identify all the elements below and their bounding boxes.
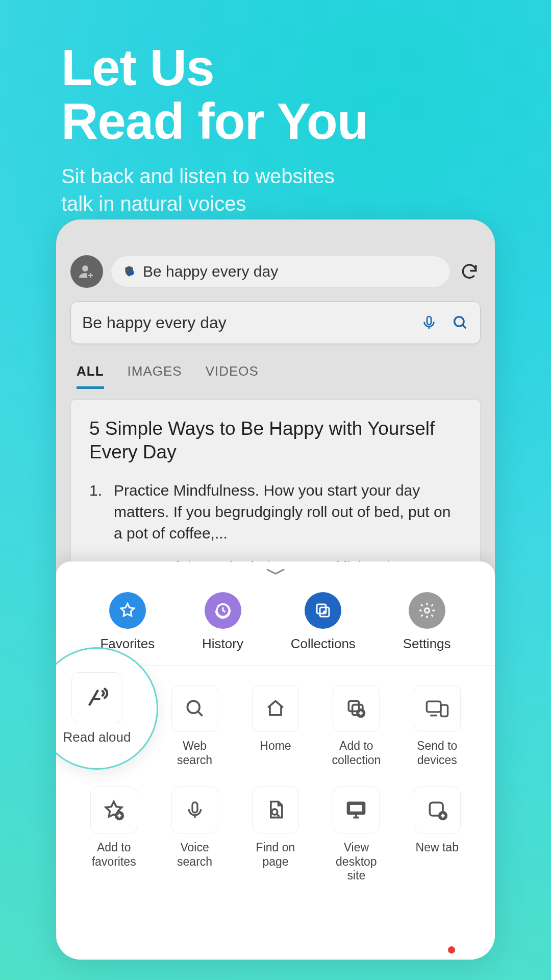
chevron-down-icon bbox=[264, 567, 287, 577]
read-aloud-icon bbox=[71, 672, 122, 723]
refresh-button[interactable] bbox=[458, 260, 481, 283]
star-icon bbox=[109, 592, 146, 629]
history-icon bbox=[205, 592, 241, 629]
home-icon bbox=[252, 685, 299, 732]
tool-add-collection[interactable]: Add to collection bbox=[316, 678, 396, 779]
tool-voice-search[interactable]: Voice search bbox=[154, 779, 235, 895]
mic-button[interactable] bbox=[421, 314, 437, 331]
phone-frame: Be happy every day Be happy every day AL… bbox=[56, 219, 495, 960]
svg-point-0 bbox=[82, 265, 88, 272]
search-box[interactable]: Be happy every day bbox=[70, 301, 481, 344]
svg-rect-13 bbox=[427, 701, 440, 712]
svg-rect-16 bbox=[192, 802, 197, 813]
search-tabs: ALL IMAGES VIDEOS bbox=[77, 363, 259, 389]
search-icon bbox=[452, 314, 469, 331]
hero-subtitle-line2: talk in natural voices bbox=[61, 190, 368, 217]
menu-history[interactable]: History bbox=[202, 592, 243, 652]
collections-icon bbox=[305, 592, 341, 629]
new-tab-icon bbox=[414, 787, 461, 834]
add-collection-icon bbox=[333, 685, 380, 732]
notification-dot bbox=[448, 946, 455, 953]
desktop-icon bbox=[333, 787, 380, 834]
tab-all[interactable]: ALL bbox=[77, 363, 104, 389]
microphone-icon bbox=[171, 787, 218, 834]
refresh-icon bbox=[460, 262, 479, 281]
tool-new-tab[interactable]: New tab bbox=[397, 779, 478, 895]
hero-title-line2: Read for You bbox=[61, 94, 368, 148]
menu-settings[interactable]: Settings bbox=[403, 592, 451, 652]
svg-rect-19 bbox=[349, 804, 364, 813]
address-bar[interactable]: Be happy every day bbox=[111, 256, 450, 287]
result-title: 5 Simple Ways to Be Happy with Yourself … bbox=[89, 417, 462, 464]
lock-shield-icon bbox=[122, 265, 136, 278]
svg-point-8 bbox=[424, 608, 429, 613]
tool-find-page[interactable]: Find on page bbox=[235, 779, 316, 895]
profile-avatar[interactable] bbox=[70, 255, 103, 288]
menu-favorites[interactable]: Favorites bbox=[100, 592, 155, 652]
highlight-label: Read aloud bbox=[63, 729, 131, 745]
tool-home[interactable]: Home bbox=[235, 678, 316, 779]
add-favorite-icon bbox=[90, 787, 137, 834]
gear-icon bbox=[409, 592, 445, 629]
tab-videos[interactable]: VIDEOS bbox=[206, 363, 259, 389]
svg-rect-3 bbox=[427, 316, 431, 325]
search-button[interactable] bbox=[452, 314, 469, 331]
tool-desktop-site[interactable]: View desktop site bbox=[316, 779, 396, 895]
tab-images[interactable]: IMAGES bbox=[128, 363, 182, 389]
search-icon bbox=[171, 685, 218, 732]
find-on-page-icon bbox=[252, 787, 299, 834]
address-text: Be happy every day bbox=[143, 263, 278, 280]
hero-block: Let Us Read for You Sit back and listen … bbox=[61, 41, 368, 217]
result-item-1: Practice Mindfulness. How you start your… bbox=[89, 480, 462, 544]
microphone-icon bbox=[421, 314, 437, 331]
hero-title-line1: Let Us bbox=[61, 41, 368, 94]
browser-top-bar: Be happy every day bbox=[70, 253, 481, 290]
tool-add-favorites[interactable]: Add to favorites bbox=[73, 779, 154, 895]
sheet-handle[interactable] bbox=[56, 561, 495, 577]
tool-send-devices[interactable]: Send to devices bbox=[397, 678, 478, 779]
menu-collections[interactable]: Collections bbox=[291, 592, 356, 652]
search-text: Be happy every day bbox=[82, 313, 421, 332]
svg-rect-14 bbox=[441, 705, 448, 716]
tool-web-search[interactable]: Web search bbox=[154, 678, 235, 779]
svg-point-17 bbox=[272, 809, 278, 815]
svg-point-2 bbox=[129, 270, 134, 276]
send-devices-icon bbox=[414, 685, 461, 732]
person-add-icon bbox=[78, 262, 96, 281]
svg-rect-10 bbox=[349, 701, 359, 711]
hero-subtitle-line1: Sit back and listen to websites bbox=[61, 162, 368, 190]
